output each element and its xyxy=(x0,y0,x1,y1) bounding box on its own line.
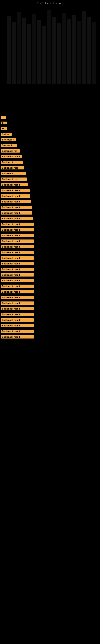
svg-rect-15 xyxy=(82,11,86,84)
page-wrapper: TheBottlenecker.com xyxy=(0,0,100,338)
result-badge-12: Bottleneck res xyxy=(1,178,27,181)
svg-rect-10 xyxy=(57,23,61,84)
result-item-29: Bottleneck result xyxy=(0,273,100,276)
svg-rect-3 xyxy=(22,18,26,84)
result-item-24: Bottleneck result xyxy=(0,245,100,248)
result-item-14: Bottleneck result xyxy=(0,188,100,192)
result-badge-25: Bottleneck result xyxy=(1,251,34,254)
svg-rect-7 xyxy=(42,26,46,84)
result-item-2: B xyxy=(0,121,100,124)
result-item-10: Bottleneck resu xyxy=(0,166,100,170)
svg-rect-17 xyxy=(92,22,96,84)
result-item-34: Bottleneck result xyxy=(0,301,100,305)
result-item-38: Bottleneck result xyxy=(0,324,100,327)
result-badge-5: Bottleneck r xyxy=(1,138,16,141)
result-item-28: Bottleneck result xyxy=(0,267,100,271)
svg-rect-12 xyxy=(67,19,71,84)
result-badge-24: Bottleneck result xyxy=(1,245,34,248)
svg-rect-1 xyxy=(12,22,16,84)
result-badge-40: Bottleneck result xyxy=(1,335,34,338)
svg-rect-5 xyxy=(32,14,36,84)
result-item-35: Bottleneck result xyxy=(0,307,100,310)
result-item-13: Bottleneck result xyxy=(0,183,100,186)
result-item-32: Bottleneck result xyxy=(0,290,100,294)
result-badge-8: Bottleneck result xyxy=(1,155,22,158)
result-item-19: Bottleneck result xyxy=(0,216,100,220)
result-badge-19: Bottleneck result xyxy=(1,217,33,220)
result-badge-20: Bottleneck result xyxy=(1,222,34,226)
svg-rect-13 xyxy=(72,15,76,84)
result-badge-36: Bottleneck result xyxy=(1,313,34,316)
result-item-3: Bo xyxy=(0,126,100,130)
svg-rect-4 xyxy=(27,24,31,84)
result-badge-9: Bottleneck re xyxy=(1,160,23,164)
result-item-11: Bottleneck r xyxy=(0,172,100,175)
result-item-8: Bottleneck result xyxy=(0,154,100,158)
result-item-30: Bottleneck result xyxy=(0,278,100,282)
result-badge-34: Bottleneck result xyxy=(1,302,34,305)
result-item-15: Bottleneck result xyxy=(0,194,100,198)
result-item-21: Bottleneck result xyxy=(0,228,100,232)
line-indicator-2 xyxy=(1,102,2,108)
result-item-36: Bottleneck result xyxy=(0,312,100,316)
svg-rect-2 xyxy=(17,12,21,84)
svg-rect-0 xyxy=(7,16,11,84)
result-item-26: Bottleneck result xyxy=(0,256,100,260)
svg-rect-9 xyxy=(52,17,56,84)
result-badge-33: Bottleneck result xyxy=(1,296,34,299)
result-badge-3: Bo xyxy=(1,127,7,130)
result-item-22: Bottleneck result xyxy=(0,234,100,237)
result-item-23: Bottleneck result xyxy=(0,239,100,243)
result-item-27: Bottleneck result xyxy=(0,262,100,265)
result-badge-32: Bottleneck result xyxy=(1,290,34,294)
result-badge-27: Bottleneck result xyxy=(1,262,34,265)
result-badge-28: Bottleneck result xyxy=(1,268,34,271)
result-item-9: Bottleneck re xyxy=(0,160,100,164)
result-badge-23: Bottleneck result xyxy=(1,240,34,243)
result-badge-30: Bottleneck result xyxy=(1,279,34,282)
result-item-31: Bottleneck result xyxy=(0,284,100,288)
result-item-33: Bottleneck result xyxy=(0,296,100,299)
result-item-7: Bottleneck res xyxy=(0,149,100,152)
svg-rect-14 xyxy=(77,21,81,84)
result-badge-37: Bottleneck result xyxy=(1,318,34,322)
result-badge-39: Bottleneck result xyxy=(1,330,34,333)
svg-rect-11 xyxy=(62,13,66,84)
svg-rect-6 xyxy=(37,20,41,84)
result-item-18: Bottleneck result xyxy=(0,211,100,214)
chart-area xyxy=(0,6,100,90)
result-item-20: Bottleneck result xyxy=(0,222,100,226)
result-badge-31: Bottleneck result xyxy=(1,284,34,288)
result-item-12: Bottleneck res xyxy=(0,177,100,181)
result-badge-18: Bottleneck result xyxy=(1,211,32,214)
result-badge-26: Bottleneck result xyxy=(1,256,34,260)
result-badge-6: Bottleneck xyxy=(1,144,17,147)
result-item-37: Bottleneck result xyxy=(0,318,100,322)
result-item-17: Bottleneck result xyxy=(0,205,100,209)
result-badge-17: Bottleneck result xyxy=(1,206,32,209)
result-item-4: Bottlen xyxy=(0,132,100,136)
result-badge-29: Bottleneck result xyxy=(1,273,34,276)
result-item-6: Bottleneck xyxy=(0,143,100,147)
result-badge-7: Bottleneck res xyxy=(1,149,20,152)
result-badge-35: Bottleneck result xyxy=(1,307,34,310)
results-list: B B Bo Bottlen Bottleneck r Bottleneck B… xyxy=(0,110,100,338)
svg-rect-8 xyxy=(47,10,50,84)
svg-rect-16 xyxy=(87,17,91,84)
result-item-40: Bottleneck result xyxy=(0,335,100,338)
result-item-25: Bottleneck result xyxy=(0,250,100,254)
result-badge-14: Bottleneck result xyxy=(1,189,30,192)
result-badge-1: B xyxy=(1,116,6,119)
line-indicator-1 xyxy=(1,92,2,98)
result-item-39: Bottleneck result xyxy=(0,329,100,333)
result-badge-13: Bottleneck result xyxy=(1,183,28,186)
result-item-16: Bottleneck result xyxy=(0,200,100,203)
result-item-1: B xyxy=(0,115,100,119)
result-badge-16: Bottleneck result xyxy=(1,200,31,203)
result-badge-2: B xyxy=(1,122,7,124)
result-badge-21: Bottleneck result xyxy=(1,228,34,232)
result-badge-11: Bottleneck r xyxy=(1,172,26,175)
result-badge-10: Bottleneck resu xyxy=(1,166,24,170)
result-badge-22: Bottleneck result xyxy=(1,234,34,237)
result-item-5: Bottleneck r xyxy=(0,138,100,141)
